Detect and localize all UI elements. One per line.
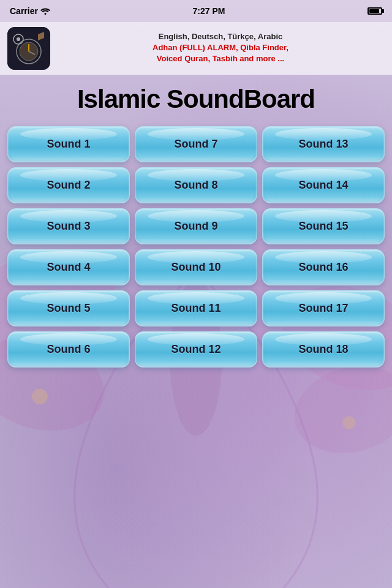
sound-button-7[interactable]: Sound 7: [135, 126, 257, 162]
header-banner: English, Deutsch, Türkçe, Arabic Adhan (…: [0, 22, 392, 75]
sound-button-6[interactable]: Sound 6: [7, 331, 130, 368]
app-icon: [7, 27, 50, 70]
sound-label-16: Sound 16: [298, 261, 348, 273]
header-subtitle: English, Deutsch, Türkçe, Arabic: [56, 32, 385, 42]
sound-button-5[interactable]: Sound 5: [7, 290, 130, 326]
header-promo: Adhan (FULL) ALARM, Qibla Finder,Voiced …: [56, 42, 385, 64]
sound-button-14[interactable]: Sound 14: [262, 167, 385, 203]
battery-indicator: [368, 7, 382, 15]
app-title: Islamic SoundBoard: [6, 85, 386, 114]
svg-point-7: [32, 389, 48, 405]
sound-label-5: Sound 5: [47, 302, 91, 314]
sound-label-2: Sound 2: [47, 179, 91, 191]
sound-label-6: Sound 6: [47, 343, 91, 355]
sound-label-10: Sound 10: [171, 261, 221, 273]
sound-button-12[interactable]: Sound 12: [135, 331, 257, 368]
header-text-block: English, Deutsch, Türkçe, Arabic Adhan (…: [56, 32, 385, 64]
sound-button-4[interactable]: Sound 4: [7, 249, 130, 285]
sound-label-1: Sound 1: [47, 138, 91, 150]
app-title-section: Islamic SoundBoard: [0, 75, 392, 120]
time-display: 7:27 PM: [193, 6, 225, 16]
battery-fill: [369, 9, 379, 13]
sound-label-12: Sound 12: [171, 343, 221, 355]
sound-button-3[interactable]: Sound 3: [7, 208, 130, 244]
sound-label-8: Sound 8: [175, 179, 218, 191]
sound-label-3: Sound 3: [47, 220, 91, 232]
svg-point-16: [17, 37, 20, 41]
sound-label-18: Sound 18: [298, 343, 348, 355]
wifi-icon: [40, 7, 50, 15]
sound-button-11[interactable]: Sound 11: [135, 290, 257, 326]
sound-button-2[interactable]: Sound 2: [7, 167, 130, 203]
sound-label-17: Sound 17: [298, 302, 348, 314]
status-bar: Carrier 7:27 PM: [0, 0, 392, 22]
sound-button-10[interactable]: Sound 10: [135, 249, 257, 285]
sound-button-18[interactable]: Sound 18: [262, 331, 385, 368]
sound-label-7: Sound 7: [175, 138, 218, 150]
sound-label-15: Sound 15: [298, 220, 348, 232]
svg-point-9: [44, 13, 46, 15]
sound-label-11: Sound 11: [171, 302, 221, 314]
sound-button-15[interactable]: Sound 15: [262, 208, 385, 244]
sound-label-4: Sound 4: [47, 261, 91, 273]
sound-button-1[interactable]: Sound 1: [7, 126, 130, 162]
sound-label-9: Sound 9: [175, 220, 218, 232]
battery-icon: [368, 7, 382, 15]
sound-label-14: Sound 14: [298, 179, 348, 191]
sound-label-13: Sound 13: [298, 138, 348, 150]
svg-point-8: [342, 416, 355, 429]
sound-button-8[interactable]: Sound 8: [135, 167, 257, 203]
sound-button-9[interactable]: Sound 9: [135, 208, 257, 244]
sound-grid: Sound 1Sound 7Sound 13Sound 2Sound 8Soun…: [0, 120, 392, 375]
sound-button-17[interactable]: Sound 17: [262, 290, 385, 326]
carrier-label: Carrier: [10, 6, 50, 16]
sound-button-16[interactable]: Sound 16: [262, 249, 385, 285]
sound-button-13[interactable]: Sound 13: [262, 126, 385, 162]
carrier-text: Carrier: [10, 6, 38, 16]
